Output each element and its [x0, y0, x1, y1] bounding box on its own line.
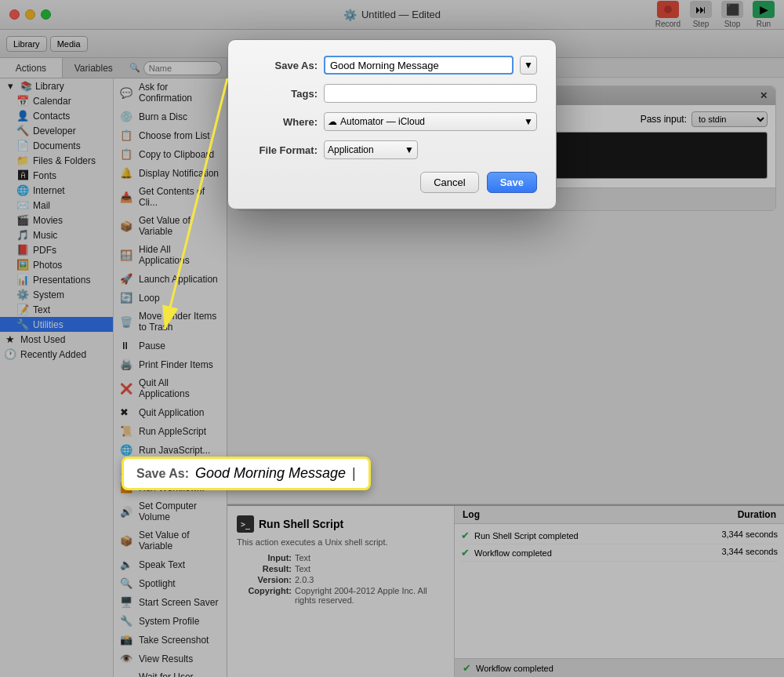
dialog-buttons: Cancel Save — [247, 172, 537, 193]
save-dialog: Save As: ▼ Tags: Where: ☁ Automator — iC… — [227, 39, 557, 209]
where-chevron-icon: ▼ — [524, 116, 533, 127]
cancel-button[interactable]: Cancel — [420, 172, 478, 193]
save-as-input[interactable] — [324, 56, 514, 75]
save-as-row: Save As: ▼ — [247, 56, 537, 75]
file-format-row: File Format: Application ▼ — [247, 140, 537, 159]
tags-row: Tags: — [247, 84, 537, 103]
where-select[interactable]: ☁ Automator — iCloud ▼ — [324, 112, 537, 131]
icloud-icon: ☁ — [328, 116, 337, 127]
format-chevron-icon: ▼ — [405, 144, 414, 155]
file-format-select[interactable]: Application ▼ — [324, 140, 418, 159]
save-as-chevron[interactable]: ▼ — [520, 56, 537, 75]
where-row: Where: ☁ Automator — iCloud ▼ — [247, 112, 537, 131]
tags-input[interactable] — [324, 84, 537, 103]
save-button[interactable]: Save — [487, 172, 537, 193]
dialog-overlay: Save As: ▼ Tags: Where: ☁ Automator — iC… — [0, 0, 784, 677]
